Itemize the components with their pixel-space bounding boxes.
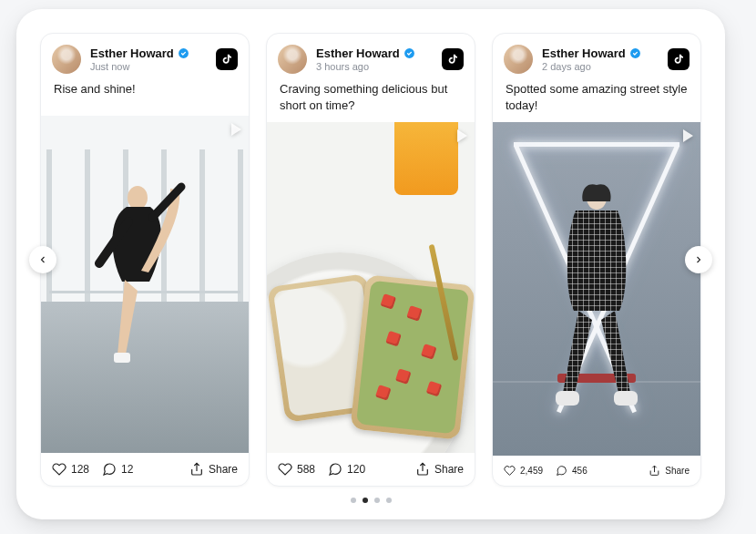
like-button[interactable]: 128 <box>52 462 89 477</box>
verified-badge-icon <box>178 47 189 59</box>
post-card: Esther Howard 2 days ago Spotted some am… <box>492 33 701 487</box>
carousel-prev-button[interactable] <box>29 246 56 273</box>
share-label: Share <box>665 466 690 476</box>
engagement-bar: 2,459 456 Share <box>493 456 700 486</box>
post-card: Esther Howard Just now Rise and shine! <box>40 33 250 487</box>
tiktok-icon <box>668 48 690 70</box>
svg-point-1 <box>128 186 148 210</box>
username[interactable]: Esther Howard <box>316 46 400 60</box>
verified-badge-icon <box>629 47 641 59</box>
comment-icon <box>328 462 342 477</box>
username[interactable]: Esther Howard <box>90 46 174 60</box>
post-media[interactable] <box>267 122 475 453</box>
like-count: 588 <box>297 463 315 476</box>
comment-count: 12 <box>121 463 133 476</box>
pagination-dots <box>40 487 701 503</box>
share-label: Share <box>434 463 464 476</box>
comment-button[interactable]: 120 <box>328 462 365 477</box>
chevron-right-icon <box>693 254 704 265</box>
tiktok-icon <box>442 48 464 70</box>
pagination-dot[interactable] <box>363 498 368 503</box>
post-media[interactable] <box>493 122 700 456</box>
comment-icon <box>102 462 117 477</box>
play-icon <box>683 129 693 142</box>
heart-icon <box>504 465 516 477</box>
avatar[interactable] <box>278 45 307 74</box>
media-illustration <box>72 163 218 436</box>
user-block: Esther Howard 3 hours ago <box>316 46 433 72</box>
share-button[interactable]: Share <box>649 465 690 477</box>
comment-count: 120 <box>347 463 365 476</box>
comment-button[interactable]: 12 <box>102 462 133 477</box>
post-caption: Rise and shine! <box>41 81 249 116</box>
pagination-dot[interactable] <box>351 498 356 503</box>
engagement-bar: 128 12 Share <box>41 453 249 486</box>
pagination-dot[interactable] <box>374 498 380 503</box>
carousel-next-button[interactable] <box>685 246 712 273</box>
share-icon <box>189 462 204 477</box>
device-frame: Esther Howard Just now Rise and shine! <box>16 9 725 519</box>
post-media[interactable] <box>41 116 249 453</box>
svg-rect-11 <box>614 391 638 406</box>
post-carousel: Esther Howard Just now Rise and shine! <box>40 33 701 487</box>
share-icon <box>415 462 430 477</box>
comment-count: 456 <box>572 466 587 476</box>
like-button[interactable]: 2,459 <box>504 465 543 477</box>
post-timestamp: 2 days ago <box>542 61 659 72</box>
share-button[interactable]: Share <box>189 462 238 477</box>
media-illustration <box>528 174 665 429</box>
heart-icon <box>278 462 292 477</box>
share-label: Share <box>209 463 238 476</box>
avatar[interactable] <box>52 45 81 74</box>
username[interactable]: Esther Howard <box>542 46 626 60</box>
like-button[interactable]: 588 <box>278 462 315 477</box>
verified-badge-icon <box>404 47 415 59</box>
user-block: Esther Howard 2 days ago <box>542 46 659 72</box>
post-caption: Spotted some amazing street style today! <box>493 81 700 122</box>
tiktok-icon <box>216 48 238 70</box>
share-button[interactable]: Share <box>415 462 464 477</box>
heart-icon <box>52 462 66 477</box>
share-icon <box>649 465 660 477</box>
post-timestamp: Just now <box>90 61 207 72</box>
comment-button[interactable]: 456 <box>556 465 587 477</box>
post-header: Esther Howard 3 hours ago <box>267 34 475 81</box>
comment-icon <box>556 465 567 477</box>
play-icon <box>231 123 241 136</box>
post-timestamp: 3 hours ago <box>316 61 433 72</box>
engagement-bar: 588 120 Share <box>267 453 475 486</box>
user-block: Esther Howard Just now <box>90 46 207 72</box>
svg-rect-10 <box>556 391 579 406</box>
pagination-dot[interactable] <box>386 498 392 503</box>
avatar[interactable] <box>504 45 533 74</box>
like-count: 2,459 <box>520 466 543 476</box>
like-count: 128 <box>71 463 89 476</box>
post-card: Esther Howard 3 hours ago Craving someth… <box>266 33 475 487</box>
chevron-left-icon <box>37 254 48 265</box>
post-header: Esther Howard Just now <box>41 34 249 81</box>
post-header: Esther Howard 2 days ago <box>493 34 700 81</box>
play-icon <box>457 129 467 142</box>
svg-rect-3 <box>114 353 130 363</box>
post-caption: Craving something delicious but short on… <box>267 81 475 122</box>
